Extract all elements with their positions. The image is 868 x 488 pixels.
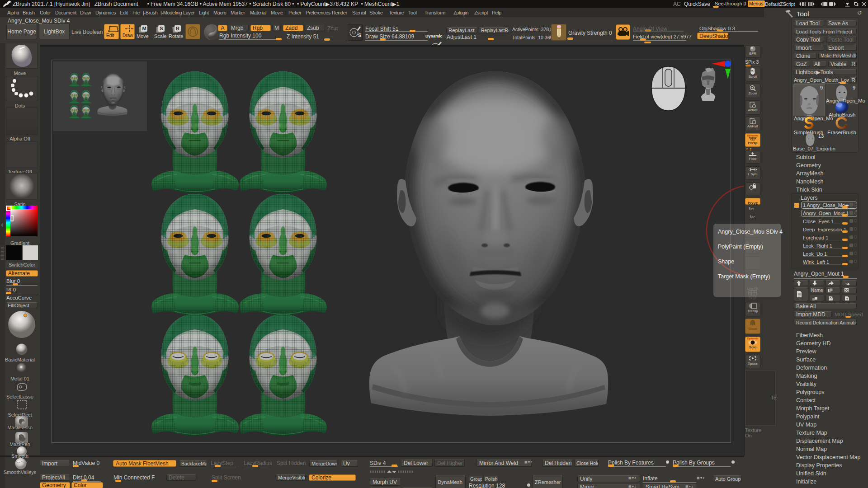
svg-text:M: M — [142, 26, 146, 31]
svg-text:S: S — [358, 33, 361, 38]
svg-text:S: S — [160, 26, 163, 31]
svg-text:R: R — [176, 26, 179, 31]
